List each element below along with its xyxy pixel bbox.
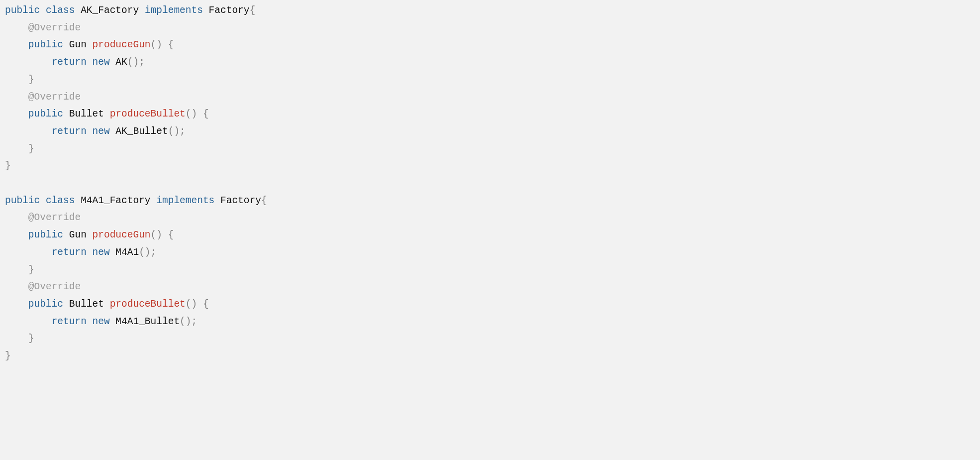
code-line: public Gun produceGun() { bbox=[5, 230, 174, 240]
method-name: produceBullet bbox=[110, 299, 186, 310]
code-line: } bbox=[5, 350, 11, 361]
brace-open: { bbox=[168, 39, 174, 50]
code-line: } bbox=[5, 160, 11, 171]
method-name: produceGun bbox=[93, 39, 151, 50]
parens: () bbox=[186, 299, 197, 310]
parens-semi: (); bbox=[180, 316, 197, 327]
keyword-public: public bbox=[28, 230, 63, 240]
annotation: @Override bbox=[28, 22, 81, 33]
return-type: Bullet bbox=[69, 299, 104, 310]
keyword-class: class bbox=[46, 195, 75, 206]
keyword-new: new bbox=[93, 126, 110, 137]
keyword-new: new bbox=[93, 316, 110, 327]
code-line: public Bullet produceBullet() { bbox=[5, 299, 209, 310]
brace-close: } bbox=[28, 74, 34, 85]
ctor-name: AK bbox=[115, 57, 127, 68]
annotation: @Override bbox=[28, 212, 81, 223]
code-line: } bbox=[5, 143, 34, 154]
method-name: produceGun bbox=[93, 230, 151, 240]
keyword-public: public bbox=[5, 5, 40, 16]
brace-open: { bbox=[250, 5, 256, 16]
parens-semi: (); bbox=[168, 126, 186, 137]
keyword-return: return bbox=[52, 247, 87, 258]
code-line: @Override bbox=[5, 92, 81, 103]
annotation: @Override bbox=[28, 281, 81, 292]
keyword-new: new bbox=[93, 247, 110, 258]
parens-semi: (); bbox=[127, 57, 145, 68]
code-line: @Override bbox=[5, 22, 81, 33]
method-name: produceBullet bbox=[110, 109, 186, 119]
keyword-return: return bbox=[52, 57, 87, 68]
ctor-name: AK_Bullet bbox=[115, 126, 168, 137]
keyword-implements: implements bbox=[145, 5, 203, 16]
return-type: Gun bbox=[69, 39, 87, 50]
return-type: Bullet bbox=[69, 109, 104, 119]
brace-open: { bbox=[168, 230, 174, 240]
keyword-public: public bbox=[28, 39, 63, 50]
code-line: @Override bbox=[5, 281, 81, 292]
class-name: AK_Factory bbox=[81, 5, 139, 16]
brace-open: { bbox=[261, 195, 267, 206]
code-line: } bbox=[5, 333, 34, 344]
keyword-return: return bbox=[52, 126, 87, 137]
keyword-class: class bbox=[46, 5, 75, 16]
brace-close: } bbox=[28, 333, 34, 344]
code-line: } bbox=[5, 264, 34, 275]
parens: () bbox=[151, 39, 162, 50]
interface-name: Factory bbox=[220, 195, 261, 206]
annotation: @Override bbox=[28, 92, 81, 103]
brace-open: { bbox=[203, 109, 209, 119]
code-line: public class AK_Factory implements Facto… bbox=[5, 5, 255, 16]
brace-close: } bbox=[28, 264, 34, 275]
parens-semi: (); bbox=[139, 247, 156, 258]
ctor-name: M4A1_Bullet bbox=[115, 316, 180, 327]
keyword-new: new bbox=[93, 57, 110, 68]
keyword-implements: implements bbox=[156, 195, 214, 206]
brace-close: } bbox=[28, 143, 34, 154]
brace-close: } bbox=[5, 160, 11, 171]
code-line: public Gun produceGun() { bbox=[5, 39, 174, 50]
code-block: public class AK_Factory implements Facto… bbox=[0, 0, 980, 370]
return-type: Gun bbox=[69, 230, 87, 240]
keyword-return: return bbox=[52, 316, 87, 327]
code-line: @Override bbox=[5, 212, 81, 223]
code-line: public class M4A1_Factory implements Fac… bbox=[5, 195, 267, 206]
ctor-name: M4A1 bbox=[115, 247, 139, 258]
keyword-public: public bbox=[28, 109, 63, 119]
code-line: return new M4A1(); bbox=[5, 247, 156, 258]
brace-close: } bbox=[5, 350, 11, 361]
code-line: public Bullet produceBullet() { bbox=[5, 109, 209, 119]
interface-name: Factory bbox=[209, 5, 250, 16]
code-line: return new AK_Bullet(); bbox=[5, 126, 186, 137]
keyword-public: public bbox=[5, 195, 40, 206]
class-name: M4A1_Factory bbox=[81, 195, 150, 206]
parens: () bbox=[186, 109, 197, 119]
code-line: return new M4A1_Bullet(); bbox=[5, 316, 197, 327]
keyword-public: public bbox=[28, 299, 63, 310]
code-line: return new AK(); bbox=[5, 57, 145, 68]
brace-open: { bbox=[203, 299, 209, 310]
code-line: } bbox=[5, 74, 34, 85]
parens: () bbox=[151, 230, 162, 240]
